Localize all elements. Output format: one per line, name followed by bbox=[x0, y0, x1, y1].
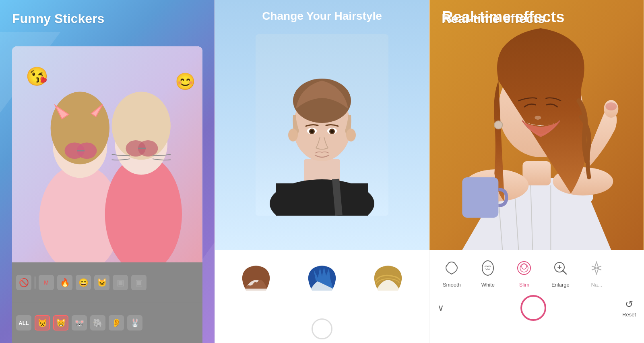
record-button[interactable] bbox=[520, 295, 546, 321]
slim-label: Slim bbox=[519, 282, 529, 288]
male-portrait-svg bbox=[256, 34, 388, 216]
hair-option-1[interactable] bbox=[236, 262, 276, 303]
sticker-ear[interactable]: 👂 bbox=[109, 315, 124, 331]
sticker-box2[interactable]: ▣ bbox=[131, 275, 147, 290]
slim-icon bbox=[516, 260, 532, 276]
svg-point-38 bbox=[535, 116, 541, 120]
panel3-title: Real-time effects bbox=[442, 11, 545, 26]
sticker-hot2[interactable]: 🔥 bbox=[57, 275, 72, 290]
narrow-icon bbox=[588, 260, 605, 276]
sticker-mouse[interactable]: 🐭 bbox=[72, 315, 87, 331]
panel-hairstyle: Change Your Hairstyle bbox=[215, 0, 430, 343]
divider bbox=[35, 276, 35, 289]
svg-point-41 bbox=[606, 102, 617, 110]
panel3-photo: Real-time effects bbox=[429, 0, 644, 250]
sticker-toolbar: 🚫 M 🔥 😄 🐱 ▣ ▣ ALL 😾 😸 🐭 🐘 👂 🐰 bbox=[12, 262, 202, 343]
white-icon bbox=[480, 260, 496, 276]
svg-point-43 bbox=[482, 261, 493, 275]
svg-point-46 bbox=[522, 264, 526, 269]
sticker-row-1: 🚫 M 🔥 😄 🐱 ▣ ▣ bbox=[12, 262, 202, 303]
male-photo-frame bbox=[256, 34, 388, 216]
svg-point-31 bbox=[346, 129, 356, 141]
chevron-down-button[interactable]: ∨ bbox=[438, 303, 444, 313]
svg-text:😊: 😊 bbox=[175, 72, 196, 91]
narrow-icon-wrap bbox=[586, 258, 607, 279]
svg-point-29 bbox=[330, 130, 334, 133]
slim-icon-wrap bbox=[514, 258, 535, 279]
sticker-all[interactable]: ALL bbox=[16, 315, 31, 331]
effect-slim[interactable]: Slim bbox=[506, 258, 542, 288]
smooth-icon bbox=[444, 260, 460, 276]
phone-mockup: ← ⬇ bbox=[12, 46, 202, 343]
svg-rect-20 bbox=[276, 183, 368, 216]
effects-row: Smooth White bbox=[429, 250, 644, 292]
sticker-row-2: ALL 😾 😸 🐭 🐘 👂 🐰 bbox=[12, 303, 202, 343]
smooth-label: Smooth bbox=[443, 282, 461, 288]
svg-point-39 bbox=[495, 121, 503, 129]
reset-icon: ↺ bbox=[625, 299, 633, 310]
reset-label: Reset bbox=[622, 312, 636, 318]
svg-text:😘: 😘 bbox=[26, 66, 49, 87]
effects-toolbar: Smooth White bbox=[429, 250, 644, 343]
sticker-emoji1[interactable]: 😄 bbox=[76, 275, 91, 290]
sticker-cat1[interactable]: 🐱 bbox=[94, 275, 109, 290]
panel1-title: Funny Stickers bbox=[12, 11, 104, 26]
panel-realtime-effects: Real-time effects Smooth bbox=[429, 0, 644, 343]
image-area: ← ⬇ bbox=[12, 46, 202, 262]
enlarge-icon-wrap bbox=[550, 258, 571, 279]
effect-narrow[interactable]: Na... bbox=[578, 258, 615, 288]
hair-options-bar bbox=[215, 250, 429, 315]
sticker-cat-face-2[interactable]: 😸 bbox=[53, 315, 68, 331]
svg-point-30 bbox=[288, 129, 298, 141]
capture-button[interactable] bbox=[312, 318, 332, 339]
svg-rect-40 bbox=[462, 177, 499, 218]
hair-option-3[interactable] bbox=[368, 262, 408, 303]
effect-smooth[interactable]: Smooth bbox=[433, 258, 470, 288]
enlarge-icon bbox=[552, 260, 568, 276]
panel-funny-stickers: Funny Stickers ← ⬇ bbox=[0, 0, 215, 343]
panel2-bottom-bar bbox=[215, 315, 429, 343]
sticker-ban-icon[interactable]: 🚫 bbox=[16, 275, 31, 290]
svg-point-45 bbox=[520, 264, 528, 272]
svg-point-26 bbox=[310, 130, 314, 133]
sticker-bunny[interactable]: 🐰 bbox=[127, 315, 142, 331]
white-icon-wrap bbox=[477, 258, 498, 279]
effect-white[interactable]: White bbox=[470, 258, 506, 288]
sticker-elephant[interactable]: 🐘 bbox=[90, 315, 105, 331]
sticker-box1[interactable]: ▣ bbox=[113, 275, 128, 290]
reset-area[interactable]: ↺ Reset bbox=[622, 299, 636, 318]
effect-enlarge[interactable]: Enlarge bbox=[542, 258, 578, 288]
sticker-hot1[interactable]: M bbox=[39, 275, 54, 290]
bottom-controls: ∨ ↺ Reset bbox=[429, 292, 644, 324]
svg-line-48 bbox=[563, 270, 566, 274]
panel2-title: Change Your Hairstyle bbox=[262, 10, 382, 23]
narrow-label: Na... bbox=[591, 282, 602, 288]
smooth-icon-wrap bbox=[441, 258, 462, 279]
hair-option-2[interactable] bbox=[302, 262, 342, 303]
white-label: White bbox=[481, 282, 495, 288]
sticker-cat-face-1[interactable]: 😾 bbox=[35, 315, 50, 331]
woman-portrait-svg: Real-time effects bbox=[429, 0, 644, 250]
enlarge-label: Enlarge bbox=[551, 282, 570, 288]
panel2-title-bar: Change Your Hairstyle bbox=[215, 0, 429, 32]
girls-illustration: 😘 😊 bbox=[12, 46, 202, 262]
